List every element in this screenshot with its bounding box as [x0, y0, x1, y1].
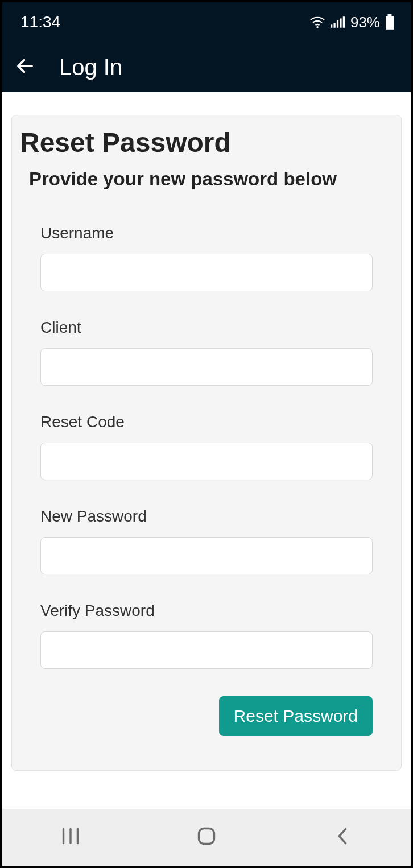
signal-icon — [330, 16, 345, 28]
svg-rect-7 — [386, 16, 394, 30]
svg-rect-11 — [199, 829, 214, 844]
status-bar: 11:34 93% — [2, 2, 411, 42]
content: Reset Password Provide your new password… — [2, 92, 411, 809]
svg-point-0 — [316, 26, 319, 28]
android-nav-bar — [2, 809, 411, 866]
reset-password-button[interactable]: Reset Password — [219, 696, 373, 736]
svg-rect-2 — [333, 23, 335, 28]
verify-password-label: Verify Password — [40, 602, 373, 620]
svg-rect-3 — [337, 20, 338, 28]
username-label: Username — [40, 224, 373, 242]
new-password-label: New Password — [40, 507, 373, 526]
reset-code-input[interactable] — [40, 443, 373, 480]
home-icon — [196, 826, 217, 849]
svg-rect-4 — [340, 19, 341, 28]
reset-password-card: Reset Password Provide your new password… — [11, 115, 402, 771]
new-password-input[interactable] — [40, 537, 373, 574]
arrow-left-icon — [15, 56, 35, 78]
status-icons: 93% — [309, 14, 395, 31]
wifi-icon — [309, 16, 325, 28]
svg-rect-1 — [331, 24, 332, 27]
battery-text: 93% — [350, 14, 380, 31]
nav-recents-button[interactable] — [53, 826, 88, 849]
client-input[interactable] — [40, 348, 373, 386]
app-header: Log In — [2, 42, 411, 92]
card-title: Reset Password — [20, 127, 393, 158]
reset-password-form: Username Client Reset Code New Password … — [20, 224, 393, 736]
client-label: Client — [40, 319, 373, 337]
battery-icon — [385, 14, 395, 30]
username-input[interactable] — [40, 254, 373, 291]
chevron-left-icon — [335, 827, 350, 848]
verify-password-input[interactable] — [40, 631, 373, 669]
status-time: 11:34 — [20, 13, 60, 31]
page-title: Log In — [59, 55, 122, 80]
back-button[interactable] — [14, 56, 36, 78]
svg-rect-5 — [343, 16, 345, 28]
card-subtitle: Provide your new password below — [29, 168, 393, 190]
nav-home-button[interactable] — [189, 826, 224, 849]
svg-rect-6 — [388, 14, 392, 16]
nav-back-button[interactable] — [325, 826, 360, 849]
recents-icon — [61, 828, 80, 847]
reset-code-label: Reset Code — [40, 413, 373, 431]
